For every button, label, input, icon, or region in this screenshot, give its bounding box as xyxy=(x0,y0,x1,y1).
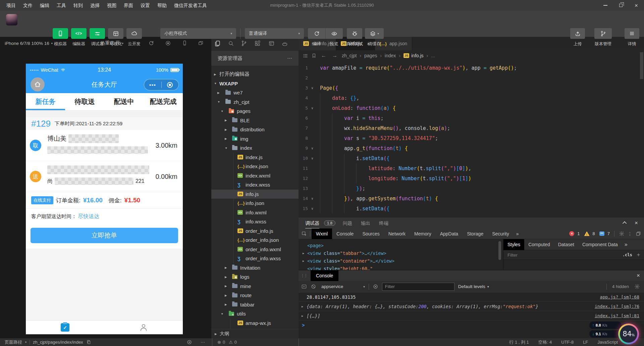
tree-item-WXAPP[interactable]: ▼WXAPP xyxy=(211,79,299,88)
stop-icon[interactable] xyxy=(165,40,171,46)
order-tab-配送完成[interactable]: 配送完成 xyxy=(144,93,183,110)
copy-icon[interactable] xyxy=(86,340,91,345)
devtools-tab-AppData[interactable]: AppData xyxy=(436,228,463,239)
tree-item-BLE[interactable]: ▶BLE xyxy=(211,116,299,125)
styles-filter-input[interactable] xyxy=(507,253,581,258)
fold-icon[interactable]: ∨ xyxy=(311,103,313,113)
menu-item-工具[interactable]: 工具 xyxy=(53,0,70,11)
clear-console-icon[interactable] xyxy=(311,284,316,289)
remote-debug-button[interactable] xyxy=(347,28,362,39)
tree-item-we7[interactable]: ▶we7 xyxy=(211,88,299,97)
compile-button[interactable] xyxy=(308,28,325,39)
back-icon[interactable]: ← xyxy=(320,53,328,59)
tree-item-info.js[interactable]: JSinfo.js xyxy=(211,190,299,199)
code-editor[interactable]: 1var amapFile = require("../../utils/ama… xyxy=(299,61,644,217)
tree-item-index[interactable]: ▼index xyxy=(211,143,299,153)
devtools-tab-Sources[interactable]: Sources xyxy=(358,228,384,239)
inspect-icon[interactable] xyxy=(301,231,307,237)
outline-section[interactable]: ▶ 大纲 xyxy=(211,329,299,338)
order-tab-新任务[interactable]: 新任务 xyxy=(26,93,65,110)
log-source-link[interactable]: index.js? [sm]:76 xyxy=(588,304,639,309)
tree-item-order_info.wxml[interactable]: <>order_info.wxml xyxy=(211,245,299,254)
menu-item-选择[interactable]: 选择 xyxy=(87,0,103,11)
styles-tab-Component Data[interactable]: Component Data xyxy=(578,239,622,250)
more-icon[interactable]: ⋯ xyxy=(201,338,205,346)
tab-terminal[interactable]: 终端 xyxy=(379,217,388,229)
wxml-node[interactable]: ▶<view class="container">…</view> xyxy=(303,257,503,265)
tasks-tab-icon[interactable]: ✓ xyxy=(61,323,69,332)
levels-select[interactable]: Default levels ▾ xyxy=(458,284,489,289)
tree-item-pages[interactable]: ▼pages xyxy=(211,107,299,116)
toolbar-button-云开发[interactable]: 云开发 xyxy=(126,28,142,47)
preview-button[interactable] xyxy=(325,28,343,39)
close-button[interactable]: × xyxy=(629,0,644,11)
device-view-icon[interactable] xyxy=(182,40,187,46)
version-button[interactable] xyxy=(594,28,612,39)
devtools-tab-Console[interactable]: Console xyxy=(332,228,358,239)
tree-item-Invitation[interactable]: ▶Invitation xyxy=(211,263,299,273)
exit-button[interactable] xyxy=(162,82,179,88)
bookmark-icon[interactable] xyxy=(311,53,317,58)
mode-select[interactable]: 小程序模式 ▾ xyxy=(160,28,236,39)
profile-tab-icon[interactable] xyxy=(139,323,148,332)
add-style-icon[interactable]: + xyxy=(637,252,640,258)
extensions-icon[interactable] xyxy=(254,40,261,47)
dock-icon[interactable] xyxy=(635,231,641,237)
fold-icon[interactable]: ∨ xyxy=(311,83,313,93)
menu-item-帮助[interactable]: 帮助 xyxy=(154,0,170,11)
live-expression-icon[interactable] xyxy=(373,284,378,289)
tree-item-order_info.js[interactable]: JSorder_info.js xyxy=(211,226,299,236)
performance-widget[interactable]: 84 % xyxy=(618,324,639,344)
console-log-row[interactable]: ▶{data: Array(1), header: {…}, statusCod… xyxy=(299,302,644,311)
menu-item-微信开发者工具[interactable]: 微信开发者工具 xyxy=(170,0,211,11)
devtools-tab-Wxml[interactable]: Wxml xyxy=(312,228,332,239)
more-tabs-icon[interactable]: » xyxy=(514,231,522,236)
device-select[interactable]: iPhone 6/7/8 100% 16 ▾ xyxy=(5,37,53,50)
fold-icon[interactable]: ∨ xyxy=(311,194,313,204)
log-source-link[interactable]: index.js? [sm]:81 xyxy=(588,313,639,318)
devtools-tab-Security[interactable]: Security xyxy=(488,228,514,239)
breadcrumb-segment[interactable]: index xyxy=(385,53,396,58)
search-icon[interactable] xyxy=(228,40,234,47)
restore-button[interactable] xyxy=(613,0,629,11)
gear-icon[interactable] xyxy=(619,231,625,236)
order-tab-待取送[interactable]: 待取送 xyxy=(65,93,104,110)
menu-item-界面[interactable]: 界面 xyxy=(120,0,137,11)
git-branch-icon[interactable] xyxy=(241,40,247,47)
tree-item-route[interactable]: ▶route xyxy=(211,291,299,300)
tree-item-order_info.json[interactable]: {…}order_info.json xyxy=(211,235,299,245)
tree-item-index.js[interactable]: JSindex.js xyxy=(211,153,299,162)
status-item[interactable]: UTF-8 xyxy=(561,340,574,345)
breadcrumb-segment[interactable]: pages xyxy=(364,53,377,58)
wxml-node[interactable]: ▶<view class="tabbar">…</view> xyxy=(303,250,503,257)
tree-item-logs[interactable]: ▶logs xyxy=(211,272,299,282)
tab-problems[interactable]: 问题 xyxy=(343,217,352,229)
tree-item-tabbar[interactable]: ▶tabbar xyxy=(211,300,299,309)
eye-icon[interactable] xyxy=(186,339,192,345)
tree-item-amap-wx.js[interactable]: JSamap-wx.js xyxy=(211,319,299,328)
page-path-label[interactable]: 页面路径 xyxy=(5,339,22,345)
status-item[interactable]: 行 1 , 列 1 xyxy=(509,339,529,345)
devtools-tab-Storage[interactable]: Storage xyxy=(463,228,488,239)
close-icon[interactable]: × xyxy=(635,220,638,226)
more-tabs-icon[interactable]: » xyxy=(622,241,630,248)
tree-item-index.json[interactable]: {…}index.json xyxy=(211,162,299,171)
order-tab-配送中[interactable]: 配送中 xyxy=(104,93,144,110)
devtools-tab-Memory[interactable]: Memory xyxy=(410,228,436,239)
tree-item-info.wxml[interactable]: <>info.wxml xyxy=(211,208,299,217)
status-item[interactable]: LF xyxy=(583,340,588,345)
wxml-tree[interactable]: <page>▶<view class="tabbar">…</view>▶<vi… xyxy=(299,239,503,270)
expect-value[interactable]: 尽快送达 xyxy=(78,213,99,219)
tree-item-info.wxss[interactable]: Ʒinfo.wxss xyxy=(211,217,299,226)
tree-item-img[interactable]: ▶img xyxy=(211,134,299,144)
more-icon[interactable]: ⋯ xyxy=(287,55,292,61)
grab-order-button[interactable]: 立即抢单 xyxy=(31,228,178,243)
sidebar-toggle-icon[interactable] xyxy=(301,284,307,289)
tab-debugger[interactable]: 调试器 xyxy=(305,217,319,229)
tree-item-index.wxss[interactable]: Ʒindex.wxss xyxy=(211,180,299,190)
close-icon[interactable]: × xyxy=(637,272,640,279)
tree-item-utils[interactable]: ▼utils xyxy=(211,309,299,319)
devtools-tab-Network[interactable]: Network xyxy=(384,228,410,239)
wxml-node[interactable]: <page> xyxy=(303,242,503,250)
forward-icon[interactable]: → xyxy=(331,53,339,59)
